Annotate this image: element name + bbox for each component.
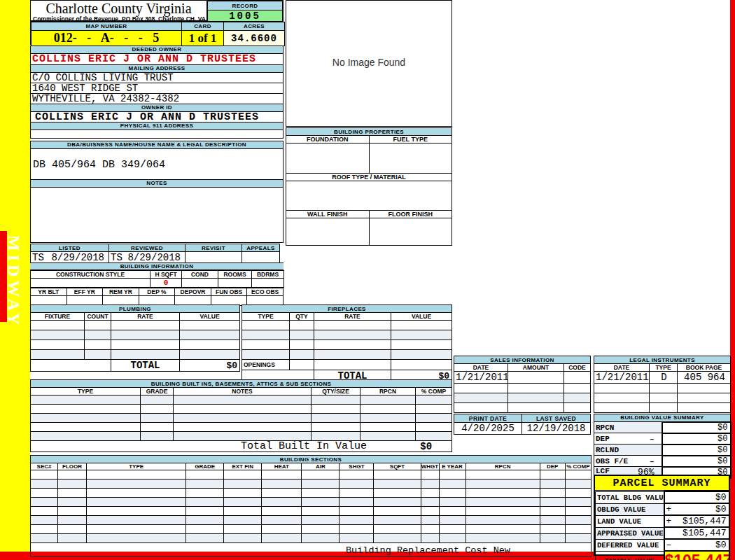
col-h: SEC#: [31, 463, 58, 470]
parcel-label: LAND VALUE: [596, 515, 664, 527]
col-h: RATE: [111, 313, 180, 321]
bdrms-value: [252, 279, 284, 288]
property-record-card: MIDWAY Charlotte County Virginia Commiss…: [0, 0, 735, 560]
taxable-value-label: TAXABLE VALUE: [596, 551, 664, 560]
rooms-label: ROOMS: [218, 271, 252, 279]
listed-value: TS8/29/2018: [31, 252, 109, 264]
appeals-label: APPEALS: [242, 244, 280, 252]
parcel-value: $105,447: [682, 516, 728, 526]
owner-id-value: COLLINS ERIC J OR ANN D TRUSTEES: [31, 112, 283, 122]
effyr-label: EFF YR: [66, 288, 103, 296]
last-saved-label: LAST SAVED: [522, 414, 591, 423]
building-information-title: BUILDING INFORMATION: [30, 262, 284, 270]
empty-row: [31, 534, 592, 543]
empty-row: [31, 516, 592, 525]
wall-finish-label: WALL FINISH: [286, 211, 370, 218]
dba-block: DBA/BUISNESS NAME/HOUSE NAME & LEGAL DES…: [30, 141, 284, 243]
funobs-label: FUN OBS: [211, 288, 247, 296]
acres-value: 34.6600: [224, 31, 285, 46]
record-block: RECORD 1005: [207, 1, 283, 20]
sales-information-table: SALES INFORMATION DATE AMOUNT CODE 1/21/…: [454, 356, 590, 410]
col-h: SHGT: [340, 463, 374, 470]
empty-row: [31, 350, 240, 360]
vs-value: $0: [662, 456, 731, 467]
col-h: TYPE: [242, 313, 290, 321]
owner-block: DEEDED OWNER COLLINS ERIC J OR ANN D TRU…: [30, 46, 284, 139]
col-h: % COMP: [565, 463, 591, 470]
map-number-label: MAP NUMBER: [31, 22, 182, 31]
dba-label: DBA/BUISNESS NAME/HOUSE NAME & LEGAL DES…: [31, 141, 283, 149]
sale-code: [564, 372, 591, 384]
col-h: RPCN: [360, 388, 416, 396]
dba-value: DB 405/964 DB 349/064: [31, 149, 283, 180]
col-h: QTY: [290, 313, 314, 321]
property-photo-placeholder: No Image Found: [286, 0, 452, 127]
header: Charlotte County Virginia Commissioner o…: [30, 0, 284, 21]
listed-by: TS: [31, 252, 44, 263]
parcel-op: –: [665, 540, 672, 550]
parcel-label: TOTAL BLDG VALUE: [596, 491, 664, 503]
floor-finish-value: [369, 218, 452, 246]
mailing-line-3: WYTHEVILLE, VA 24382-4382: [31, 94, 283, 104]
legal-date: 1/21/2011: [594, 372, 650, 384]
plumbing-total-label: TOTAL: [111, 360, 180, 372]
acres-label: ACRES: [224, 22, 285, 31]
vs-label: RPCN: [596, 424, 614, 432]
wall-finish-value: [286, 218, 370, 246]
depovr-label: DEPOVR: [175, 288, 211, 296]
record-label: RECORD: [208, 1, 283, 10]
building-sections-title: BUILDING SECTIONS: [31, 456, 592, 463]
empty-row: [31, 498, 592, 507]
deeded-owner-value: COLLINS ERIC J OR ANN D TRUSTEES: [31, 54, 283, 65]
parcel-label: OBLDG VALUE: [596, 503, 664, 515]
col-h: TYPE: [87, 463, 186, 470]
card-label: CARD: [182, 22, 224, 31]
col-h: RATE: [314, 313, 391, 321]
card-value: 1 of 1: [182, 31, 224, 46]
record-value: 1005: [208, 10, 283, 22]
built-ins-total-label: Total Built In Value: [241, 441, 367, 452]
roof-value: [286, 181, 452, 211]
roof-label: ROOF TYPE / MATERIAL: [286, 174, 452, 181]
dep-pct-label: DEP %: [139, 288, 175, 296]
construction-style-value: [31, 279, 150, 288]
parcel-label: DEFERRED VALUE: [596, 539, 664, 551]
parcel-label: APPRAISED VALUE: [596, 527, 664, 539]
legal-title: LEGAL INSTRUMENTS: [594, 356, 731, 364]
legal-instruments-table: LEGAL INSTRUMENTS DATE TYPE BOOK PAGE 1/…: [594, 356, 730, 410]
sale-date: 1/21/2011: [454, 372, 508, 384]
appeals-value: [242, 252, 280, 264]
built-ins-table: BUILDING BUILT INS, BASEMENTS, ATTICS & …: [30, 379, 451, 452]
empty-row: [594, 384, 731, 393]
taxable-value: $105,447: [664, 551, 729, 560]
district-label: MIDWAY: [4, 235, 23, 328]
vs-op: –: [650, 435, 662, 443]
mailing-line-2: 1640 WEST RIDGE ST: [31, 83, 283, 94]
cond-value: [182, 279, 218, 288]
empty-row: [31, 489, 592, 498]
parcel-value: $0: [715, 540, 729, 550]
map-card-acres: MAP NUMBER CARD ACRES 012- - A- - - 5 1 …: [30, 21, 284, 45]
vs-label: OBS F/E: [596, 457, 628, 465]
ecoobs-label: ECO OBS: [247, 288, 284, 296]
review-block: LISTED REVIEWED REVISIT APPEALS TS8/29/2…: [30, 244, 279, 262]
foundation-value: [286, 144, 370, 174]
col-h: GRADE: [141, 388, 174, 396]
empty-row: [31, 330, 240, 340]
col-h: DATE: [454, 364, 508, 372]
physical-911-value: [31, 130, 283, 141]
construction-style-label: CONSTRUCTION STYLE: [31, 271, 150, 279]
col-h: TYPE: [650, 364, 678, 372]
floor-finish-label: FLOOR FINISH: [369, 211, 452, 218]
empty-row: [594, 403, 731, 413]
empty-row: [31, 479, 592, 489]
foundation-label: FOUNDATION: [286, 136, 370, 144]
vs-value: $0: [662, 433, 731, 444]
col-h: COUNT: [85, 313, 111, 321]
yrblt-label: YR BLT: [31, 288, 67, 296]
built-ins-title: BUILDING BUILT INS, BASEMENTS, ATTICS & …: [31, 380, 452, 388]
notes-label: NOTES: [31, 180, 283, 188]
empty-row: [31, 414, 452, 423]
sales-title: SALES INFORMATION: [454, 356, 591, 364]
col-h: DEP: [540, 463, 565, 470]
